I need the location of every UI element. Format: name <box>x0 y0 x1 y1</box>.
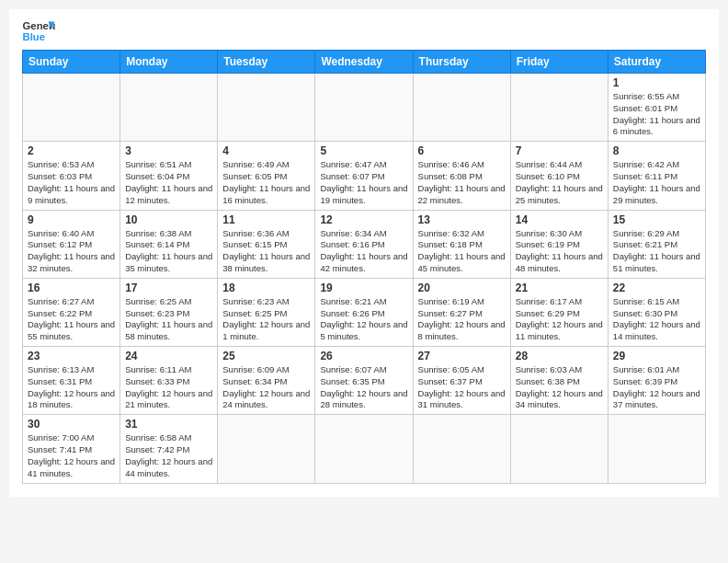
day-number: 30 <box>28 418 115 431</box>
calendar-cell: 31Sunrise: 6:58 AM Sunset: 7:42 PM Dayli… <box>120 415 218 483</box>
weekday-header-friday: Friday <box>510 51 608 74</box>
day-number: 26 <box>320 350 407 362</box>
day-info: Sunrise: 6:15 AM Sunset: 6:30 PM Dayligh… <box>613 296 700 343</box>
svg-text:Blue: Blue <box>23 31 46 42</box>
calendar-cell: 21Sunrise: 6:17 AM Sunset: 6:29 PM Dayli… <box>510 278 608 346</box>
calendar-cell: 6Sunrise: 6:46 AM Sunset: 6:08 PM Daylig… <box>413 142 510 210</box>
day-info: Sunrise: 6:21 AM Sunset: 6:26 PM Dayligh… <box>320 296 407 343</box>
weekday-header-wednesday: Wednesday <box>315 51 413 74</box>
day-number: 20 <box>418 282 506 294</box>
calendar-cell <box>218 74 315 142</box>
calendar-cell: 2Sunrise: 6:53 AM Sunset: 6:03 PM Daylig… <box>23 142 120 210</box>
calendar-cell: 22Sunrise: 6:15 AM Sunset: 6:30 PM Dayli… <box>608 278 705 346</box>
day-number: 18 <box>222 282 310 294</box>
calendar-week-row: 23Sunrise: 6:13 AM Sunset: 6:31 PM Dayli… <box>23 347 706 415</box>
calendar-cell: 4Sunrise: 6:49 AM Sunset: 6:05 PM Daylig… <box>218 142 315 210</box>
day-number: 24 <box>125 350 212 362</box>
day-number: 15 <box>613 213 700 226</box>
day-info: Sunrise: 6:23 AM Sunset: 6:25 PM Dayligh… <box>222 296 310 343</box>
calendar-week-row: 30Sunrise: 7:00 AM Sunset: 7:41 PM Dayli… <box>23 415 706 483</box>
calendar-page: General Blue SundayMondayTuesdayWednesda… <box>9 9 719 497</box>
calendar-cell: 29Sunrise: 6:01 AM Sunset: 6:39 PM Dayli… <box>608 347 705 415</box>
day-number: 21 <box>516 282 603 294</box>
day-number: 28 <box>516 350 603 362</box>
calendar-cell: 23Sunrise: 6:13 AM Sunset: 6:31 PM Dayli… <box>23 347 120 415</box>
calendar-cell: 8Sunrise: 6:42 AM Sunset: 6:11 PM Daylig… <box>608 142 705 210</box>
calendar-cell: 14Sunrise: 6:30 AM Sunset: 6:19 PM Dayli… <box>510 210 608 278</box>
day-number: 16 <box>28 282 115 294</box>
calendar-cell: 9Sunrise: 6:40 AM Sunset: 6:12 PM Daylig… <box>23 210 120 278</box>
weekday-header-row: SundayMondayTuesdayWednesdayThursdayFrid… <box>23 51 706 74</box>
day-number: 31 <box>125 418 212 431</box>
day-info: Sunrise: 6:58 AM Sunset: 7:42 PM Dayligh… <box>125 432 212 479</box>
day-info: Sunrise: 6:29 AM Sunset: 6:21 PM Dayligh… <box>613 228 700 275</box>
day-info: Sunrise: 6:13 AM Sunset: 6:31 PM Dayligh… <box>28 364 115 411</box>
calendar-cell: 11Sunrise: 6:36 AM Sunset: 6:15 PM Dayli… <box>218 210 315 278</box>
weekday-header-tuesday: Tuesday <box>218 51 315 74</box>
calendar-cell: 24Sunrise: 6:11 AM Sunset: 6:33 PM Dayli… <box>120 347 218 415</box>
day-info: Sunrise: 6:11 AM Sunset: 6:33 PM Dayligh… <box>125 364 212 411</box>
calendar-cell: 17Sunrise: 6:25 AM Sunset: 6:23 PM Dayli… <box>120 278 218 346</box>
day-number: 19 <box>320 282 407 294</box>
day-info: Sunrise: 6:49 AM Sunset: 6:05 PM Dayligh… <box>222 159 310 206</box>
calendar-week-row: 16Sunrise: 6:27 AM Sunset: 6:22 PM Dayli… <box>23 278 706 346</box>
calendar-week-row: 1Sunrise: 6:55 AM Sunset: 6:01 PM Daylig… <box>23 74 706 142</box>
day-number: 10 <box>125 213 212 226</box>
day-number: 2 <box>28 144 115 157</box>
weekday-header-monday: Monday <box>120 51 218 74</box>
calendar-cell <box>510 74 608 142</box>
calendar-cell: 7Sunrise: 6:44 AM Sunset: 6:10 PM Daylig… <box>510 142 608 210</box>
day-info: Sunrise: 6:07 AM Sunset: 6:35 PM Dayligh… <box>320 364 407 411</box>
day-info: Sunrise: 6:47 AM Sunset: 6:07 PM Dayligh… <box>320 159 407 206</box>
day-number: 11 <box>222 213 310 226</box>
generalblue-logo-icon: General Blue <box>22 18 55 44</box>
day-info: Sunrise: 6:05 AM Sunset: 6:37 PM Dayligh… <box>418 364 506 411</box>
day-number: 5 <box>320 144 407 157</box>
calendar-cell: 20Sunrise: 6:19 AM Sunset: 6:27 PM Dayli… <box>413 278 510 346</box>
calendar-cell: 27Sunrise: 6:05 AM Sunset: 6:37 PM Dayli… <box>413 347 510 415</box>
calendar-cell: 13Sunrise: 6:32 AM Sunset: 6:18 PM Dayli… <box>413 210 510 278</box>
logo: General Blue <box>22 18 55 44</box>
calendar-cell <box>23 74 120 142</box>
calendar-cell: 30Sunrise: 7:00 AM Sunset: 7:41 PM Dayli… <box>23 415 120 483</box>
calendar-cell <box>218 415 315 483</box>
calendar-cell: 26Sunrise: 6:07 AM Sunset: 6:35 PM Dayli… <box>315 347 413 415</box>
calendar-cell <box>315 74 413 142</box>
day-number: 4 <box>222 144 310 157</box>
calendar-cell <box>413 415 510 483</box>
day-info: Sunrise: 6:53 AM Sunset: 6:03 PM Dayligh… <box>28 159 115 206</box>
calendar-cell: 16Sunrise: 6:27 AM Sunset: 6:22 PM Dayli… <box>23 278 120 346</box>
calendar-cell: 1Sunrise: 6:55 AM Sunset: 6:01 PM Daylig… <box>608 74 705 142</box>
weekday-header-thursday: Thursday <box>413 51 510 74</box>
day-info: Sunrise: 6:38 AM Sunset: 6:14 PM Dayligh… <box>125 228 212 275</box>
day-number: 13 <box>418 213 506 226</box>
day-info: Sunrise: 6:44 AM Sunset: 6:10 PM Dayligh… <box>516 159 603 206</box>
calendar-cell <box>608 415 705 483</box>
day-number: 3 <box>125 144 212 157</box>
day-info: Sunrise: 6:09 AM Sunset: 6:34 PM Dayligh… <box>222 364 310 411</box>
calendar-week-row: 9Sunrise: 6:40 AM Sunset: 6:12 PM Daylig… <box>23 210 706 278</box>
day-info: Sunrise: 6:55 AM Sunset: 6:01 PM Dayligh… <box>613 91 700 138</box>
day-info: Sunrise: 6:01 AM Sunset: 6:39 PM Dayligh… <box>613 364 700 411</box>
calendar-cell: 25Sunrise: 6:09 AM Sunset: 6:34 PM Dayli… <box>218 347 315 415</box>
day-number: 7 <box>516 144 603 157</box>
calendar-cell <box>413 74 510 142</box>
day-number: 17 <box>125 282 212 294</box>
calendar-cell <box>510 415 608 483</box>
header: General Blue <box>22 18 706 44</box>
day-info: Sunrise: 6:30 AM Sunset: 6:19 PM Dayligh… <box>516 228 603 275</box>
day-number: 9 <box>28 213 115 226</box>
day-info: Sunrise: 6:46 AM Sunset: 6:08 PM Dayligh… <box>418 159 506 206</box>
day-number: 8 <box>613 144 700 157</box>
day-info: Sunrise: 6:40 AM Sunset: 6:12 PM Dayligh… <box>28 228 115 275</box>
calendar-cell: 18Sunrise: 6:23 AM Sunset: 6:25 PM Dayli… <box>218 278 315 346</box>
calendar-week-row: 2Sunrise: 6:53 AM Sunset: 6:03 PM Daylig… <box>23 142 706 210</box>
day-number: 23 <box>28 350 115 362</box>
day-number: 12 <box>320 213 407 226</box>
day-number: 22 <box>613 282 700 294</box>
day-info: Sunrise: 6:25 AM Sunset: 6:23 PM Dayligh… <box>125 296 212 343</box>
calendar-cell: 10Sunrise: 6:38 AM Sunset: 6:14 PM Dayli… <box>120 210 218 278</box>
day-info: Sunrise: 6:19 AM Sunset: 6:27 PM Dayligh… <box>418 296 506 343</box>
calendar-table: SundayMondayTuesdayWednesdayThursdayFrid… <box>22 50 706 484</box>
day-number: 1 <box>613 76 700 89</box>
